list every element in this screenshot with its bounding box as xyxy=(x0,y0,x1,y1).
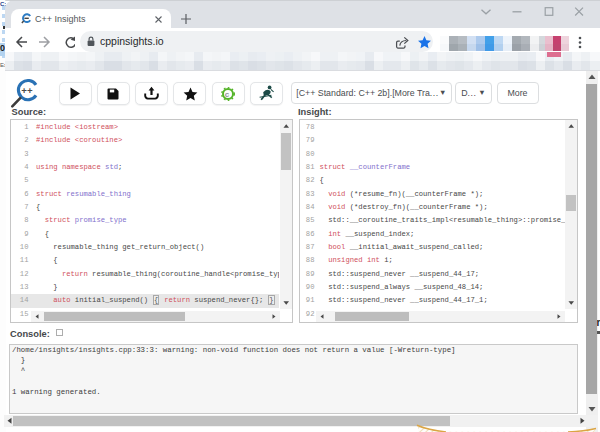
svg-text:++: ++ xyxy=(21,86,33,97)
svg-text:c: c xyxy=(225,90,230,99)
